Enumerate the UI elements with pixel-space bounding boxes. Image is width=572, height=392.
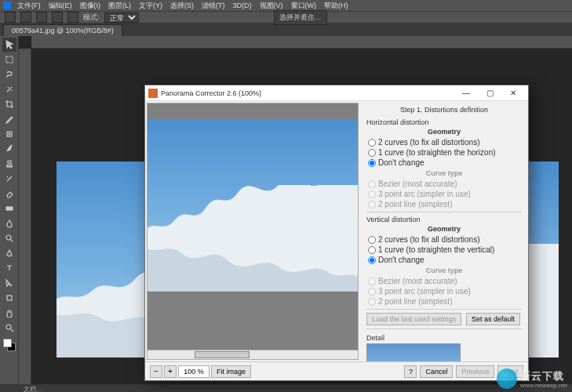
preview-image	[148, 119, 358, 292]
menu-image[interactable]: 图像(I)	[77, 1, 104, 11]
dialog-app-icon	[148, 89, 158, 98]
gradient-tool[interactable]	[2, 201, 16, 216]
document-tab[interactable]: 00579a41.jpg @ 100%(RGB/8#)	[3, 24, 122, 36]
color-swatch[interactable]	[3, 339, 16, 351]
status-bar: 文档…	[0, 384, 572, 392]
menu-edit[interactable]: 编辑(E)	[46, 1, 75, 11]
pen-tool[interactable]	[2, 246, 16, 260]
selection-new-icon[interactable]	[20, 12, 31, 23]
selection-subtract-icon[interactable]	[52, 12, 63, 23]
history-brush-tool[interactable]	[2, 172, 16, 186]
zoom-out-button[interactable]: −	[150, 365, 162, 378]
vert-2point-radio: 2 point line (simplest)	[368, 296, 522, 307]
vertical-geometry-group: 2 curves (to fix all distortions) 1 curv…	[368, 234, 522, 265]
vert-2curves-radio[interactable]: 2 curves (to fix all distortions)	[368, 234, 522, 245]
fit-image-button[interactable]: Fit image	[211, 365, 251, 378]
controls-pane: Step 1. Distortions definition Horizonta…	[360, 101, 528, 361]
selection-intersect-icon[interactable]	[67, 12, 78, 23]
watermark-icon	[497, 368, 517, 389]
horiz-dontchange-radio[interactable]: Don't change	[368, 158, 522, 168]
previous-button[interactable]: Previous	[456, 365, 494, 378]
document-tab-bar: 00579a41.jpg @ 100%(RGB/8#)	[0, 24, 572, 36]
vert-1curve-radio[interactable]: 1 curve (to straighten the vertical)	[368, 245, 522, 255]
curve-type-header-1: Curve type	[366, 169, 522, 177]
zoom-value-input[interactable]	[178, 365, 209, 378]
eraser-tool[interactable]	[2, 187, 16, 201]
menu-3d[interactable]: 3D(D)	[230, 2, 255, 9]
menu-layer[interactable]: 图层(L)	[105, 1, 134, 11]
marquee-tool[interactable]	[2, 53, 16, 67]
horizontal-geometry-group: 2 curves (to fix all distortions) 1 curv…	[368, 137, 522, 168]
svg-rect-2	[6, 207, 13, 210]
watermark-url: www.newasp.net	[520, 382, 567, 389]
minimize-button[interactable]: —	[454, 86, 478, 100]
move-tool[interactable]	[2, 38, 16, 52]
toolbox	[0, 36, 19, 384]
panorama-corrector-dialog: Panorama Corrector 2.6 (100%) — ▢ ✕ Step…	[144, 85, 529, 381]
load-settings-button[interactable]: Load the last used settings	[366, 313, 461, 325]
detail-label: Detail	[366, 334, 522, 342]
svg-point-3	[6, 235, 11, 240]
close-button[interactable]: ✕	[501, 86, 525, 100]
svg-rect-0	[6, 56, 13, 63]
stamp-tool[interactable]	[2, 157, 16, 171]
vert-3point-radio: 3 point arc (simpler in use)	[368, 286, 522, 296]
preview-pane[interactable]	[147, 103, 359, 360]
svg-rect-4	[7, 296, 12, 300]
horiz-bezier-radio: Bezier (most accurate)	[368, 179, 522, 189]
vertical-distortion-label: Vertical distortion	[366, 216, 522, 223]
select-and-mask-button[interactable]: 选择并遮住…	[274, 10, 327, 25]
horiz-1curve-radio[interactable]: 1 curve (to straighten the horizon)	[368, 147, 522, 158]
type-tool[interactable]	[2, 261, 16, 275]
menu-filter[interactable]: 滤镜(T)	[199, 1, 228, 11]
geometry-header-1: Geometry	[366, 128, 522, 136]
heal-tool[interactable]	[2, 127, 16, 141]
vert-bezier-radio: Bezier (most accurate)	[368, 276, 522, 286]
lasso-tool[interactable]	[2, 67, 16, 82]
app-icon	[3, 2, 11, 9]
help-button[interactable]: ?	[404, 365, 417, 378]
brush-tool[interactable]	[2, 142, 16, 156]
mode-select[interactable]: 正常	[104, 13, 139, 23]
wand-tool[interactable]	[2, 82, 16, 96]
dodge-tool[interactable]	[2, 231, 16, 245]
ruler-vertical	[19, 49, 31, 384]
curve-type-header-2: Curve type	[366, 267, 522, 274]
tool-preset-icon[interactable]	[5, 12, 16, 23]
hand-tool[interactable]	[2, 306, 16, 320]
set-default-button[interactable]: Set as default	[466, 313, 520, 325]
svg-point-5	[6, 325, 11, 329]
menu-file[interactable]: 文件(F)	[14, 1, 44, 11]
ruler-horizontal	[31, 36, 572, 49]
eyedropper-tool[interactable]	[2, 112, 16, 126]
geometry-header-2: Geometry	[366, 225, 522, 233]
vertical-curvetype-group: Bezier (most accurate) 3 point arc (simp…	[368, 276, 522, 307]
mode-label: 模式:	[83, 13, 100, 23]
dialog-footer: − + Fit image ? Cancel Previous Next	[145, 361, 528, 380]
watermark: 新云下载 www.newasp.net	[497, 368, 567, 389]
path-tool[interactable]	[2, 276, 16, 290]
horizontal-distortion-label: Horizontal distortion	[366, 118, 522, 126]
horiz-2point-radio: 2 point line (simplest)	[368, 199, 522, 209]
detail-preview	[366, 343, 461, 361]
crop-tool[interactable]	[2, 97, 16, 111]
zoom-in-button[interactable]: +	[164, 365, 177, 378]
horiz-2curves-radio[interactable]: 2 curves (to fix all distortions)	[368, 137, 522, 147]
menu-select[interactable]: 选择(S)	[167, 1, 197, 11]
cancel-button[interactable]: Cancel	[420, 365, 453, 378]
dialog-title: Panorama Corrector 2.6 (100%)	[161, 89, 454, 97]
options-bar: 模式: 正常 选择并遮住…	[0, 11, 572, 24]
vert-dontchange-radio[interactable]: Don't change	[368, 255, 522, 265]
watermark-text: 新云下载	[520, 369, 567, 383]
preview-scrollbar[interactable]	[148, 350, 358, 359]
blur-tool[interactable]	[2, 216, 16, 230]
dialog-titlebar[interactable]: Panorama Corrector 2.6 (100%) — ▢ ✕	[145, 85, 528, 101]
selection-add-icon[interactable]	[36, 12, 47, 23]
horiz-3point-radio: 3 point arc (simpler in use)	[368, 189, 522, 199]
maximize-button[interactable]: ▢	[478, 86, 501, 100]
horizontal-curvetype-group: Bezier (most accurate) 3 point arc (simp…	[368, 179, 522, 209]
step-header: Step 1. Distortions definition	[366, 106, 522, 114]
menu-type[interactable]: 文字(Y)	[136, 1, 166, 11]
zoom-tool[interactable]	[2, 321, 16, 335]
shape-tool[interactable]	[2, 291, 16, 305]
